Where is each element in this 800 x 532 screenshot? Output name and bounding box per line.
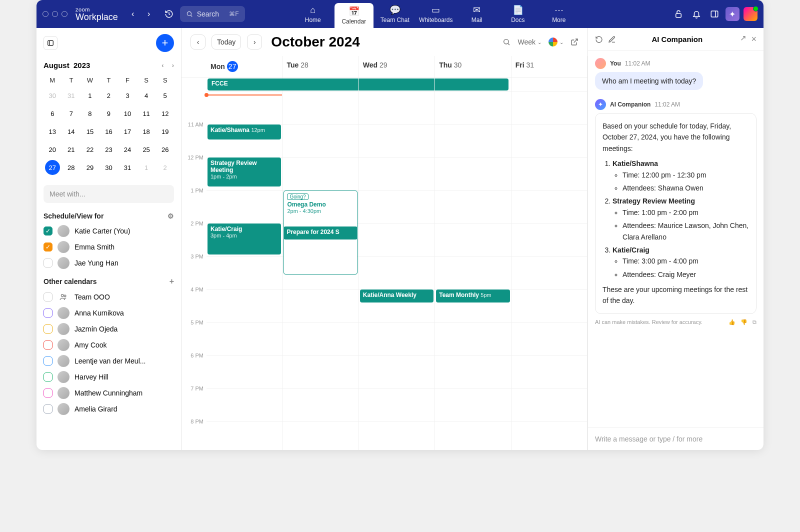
mini-cal-day[interactable]: 27	[45, 160, 60, 175]
account-selector[interactable]: ⌄	[548, 38, 564, 46]
mini-calendar[interactable]: MTWTFSS303112345678910111213141516171819…	[44, 74, 174, 176]
bell-icon[interactable]	[690, 7, 704, 21]
mini-cal-day[interactable]: 20	[45, 142, 60, 157]
cal-prev-button[interactable]: ‹	[190, 34, 206, 50]
meet-with-input[interactable]: Meet with...	[44, 185, 174, 203]
gear-icon[interactable]: ⚙	[168, 212, 174, 220]
mini-cal-day[interactable]: 31	[120, 160, 135, 175]
checkbox[interactable]	[44, 308, 52, 318]
mini-cal-day[interactable]: 12	[158, 106, 172, 121]
calendar-person-item[interactable]: Amy Cook	[44, 339, 174, 351]
mini-cal-day[interactable]: 1	[82, 88, 98, 103]
checkbox[interactable]	[44, 404, 52, 414]
day-column[interactable]: Katie/Anna Weekly	[359, 92, 435, 450]
mini-cal-day[interactable]: 31	[64, 88, 78, 103]
mini-cal-day[interactable]: 2	[101, 88, 116, 103]
window-controls[interactable]	[42, 11, 68, 17]
nav-forward-icon[interactable]: ›	[142, 7, 156, 21]
ai-history-icon[interactable]	[595, 36, 603, 44]
checkbox[interactable]: ✓	[44, 242, 52, 252]
add-event-button[interactable]: +	[156, 34, 174, 52]
mini-cal-day[interactable]: 19	[158, 124, 172, 139]
calendar-person-item[interactable]: ✓Katie Carter (You)	[44, 225, 174, 237]
mini-cal-day[interactable]: 11	[139, 106, 154, 121]
lock-icon[interactable]	[672, 7, 686, 21]
mini-cal-day[interactable]: 24	[120, 142, 135, 157]
mini-cal-day[interactable]: 26	[158, 142, 172, 157]
mini-cal-day[interactable]: 30	[45, 88, 60, 103]
tab-calendar[interactable]: 📅Calendar	[334, 3, 374, 28]
search-cal-icon[interactable]	[502, 38, 510, 46]
mini-cal-day[interactable]: 6	[45, 106, 60, 121]
add-calendar-icon[interactable]: +	[170, 277, 174, 286]
tab-more[interactable]: ⋯More	[540, 0, 578, 28]
tab-home[interactable]: ⌂Home	[294, 0, 332, 28]
mini-cal-day[interactable]: 4	[139, 88, 154, 103]
calendar-event[interactable]: Strategy Review Meeting1pm - 2pm	[208, 158, 281, 186]
mini-cal-day[interactable]: 23	[101, 142, 116, 157]
mini-cal-day[interactable]: 14	[64, 124, 78, 139]
checkbox[interactable]	[44, 388, 52, 398]
calendar-person-item[interactable]: Jazmín Ojeda	[44, 323, 174, 335]
mini-cal-next-icon[interactable]: ›	[172, 62, 174, 69]
tab-whiteboards[interactable]: ▭Whiteboards	[416, 0, 456, 28]
calendar-event[interactable]: Prepare for 2024 S	[284, 226, 357, 240]
ai-popout-icon[interactable]	[738, 36, 746, 44]
calendar-person-item[interactable]: Harvey Hill	[44, 371, 174, 383]
checkbox[interactable]	[44, 324, 52, 334]
mini-cal-day[interactable]: 22	[82, 142, 98, 157]
mini-cal-day[interactable]: 9	[101, 106, 116, 121]
today-button[interactable]: Today	[212, 34, 241, 50]
mini-cal-day[interactable]: 13	[45, 124, 60, 139]
calendar-person-item[interactable]: Leentje van der Meul...	[44, 355, 174, 367]
mini-cal-day[interactable]: 5	[158, 88, 172, 103]
checkbox[interactable]	[44, 372, 52, 382]
mini-cal-day[interactable]: 29	[82, 160, 98, 175]
calendar-event[interactable]: Team Monthly 5pm	[436, 290, 510, 302]
tab-team-chat[interactable]: 💬Team Chat	[376, 0, 414, 28]
mini-cal-day[interactable]: 1	[139, 160, 154, 175]
checkbox[interactable]	[44, 356, 52, 366]
checkbox[interactable]: ✓	[44, 226, 52, 236]
ai-input[interactable]: Write a message or type / for more	[588, 428, 764, 450]
mini-cal-day[interactable]: 30	[101, 160, 116, 175]
panel-toggle-icon[interactable]	[708, 7, 722, 21]
calendar-person-item[interactable]: Amelia Girard	[44, 403, 174, 415]
thumbs-down-icon[interactable]: 👎	[740, 319, 748, 326]
calendar-person-item[interactable]: ✓Emma Smith	[44, 241, 174, 253]
view-selector[interactable]: Week ⌄	[518, 38, 542, 46]
ai-companion-button[interactable]: ✦	[726, 7, 740, 21]
thumbs-up-icon[interactable]: 👍	[728, 319, 736, 326]
mini-cal-day[interactable]: 2	[158, 160, 172, 175]
mini-cal-day[interactable]: 21	[64, 142, 78, 157]
history-icon[interactable]	[162, 7, 176, 21]
calendar-person-item[interactable]: Jae Yung Han	[44, 257, 174, 269]
mini-cal-day[interactable]: 7	[64, 106, 78, 121]
mini-cal-day[interactable]: 8	[82, 106, 98, 121]
cal-next-button[interactable]: ›	[247, 34, 262, 50]
day-column[interactable]: Katie/Shawna 12pmStrategy Review Meeting…	[206, 92, 282, 450]
tab-docs[interactable]: 📄Docs	[498, 0, 538, 28]
mini-cal-day[interactable]: 18	[139, 124, 154, 139]
popout-icon[interactable]	[570, 38, 578, 46]
mini-cal-day[interactable]: 17	[120, 124, 135, 139]
mini-cal-day[interactable]: 16	[101, 124, 116, 139]
tab-mail[interactable]: ✉Mail	[458, 0, 496, 28]
mini-cal-day[interactable]: 3	[120, 88, 135, 103]
day-column[interactable]	[512, 92, 588, 450]
ai-compose-icon[interactable]	[608, 36, 616, 44]
calendar-person-item[interactable]: Team OOO	[44, 291, 174, 303]
checkbox[interactable]	[44, 258, 52, 268]
calendar-person-item[interactable]: Anna Kurnikova	[44, 307, 174, 319]
search-input[interactable]: Search ⌘F	[180, 6, 245, 22]
copy-icon[interactable]: ⧉	[752, 319, 756, 326]
nav-back-icon[interactable]: ‹	[126, 7, 140, 21]
calendar-event[interactable]: Katie/Craig3pm - 4pm	[208, 224, 281, 254]
user-avatar[interactable]	[744, 7, 758, 21]
sidebar-collapse-icon[interactable]	[44, 36, 58, 50]
close-icon[interactable]: ×	[751, 34, 756, 44]
checkbox[interactable]	[44, 340, 52, 350]
checkbox[interactable]	[44, 292, 52, 302]
calendar-person-item[interactable]: Matthew Cunningham	[44, 387, 174, 399]
mini-cal-day[interactable]: 28	[64, 160, 78, 175]
